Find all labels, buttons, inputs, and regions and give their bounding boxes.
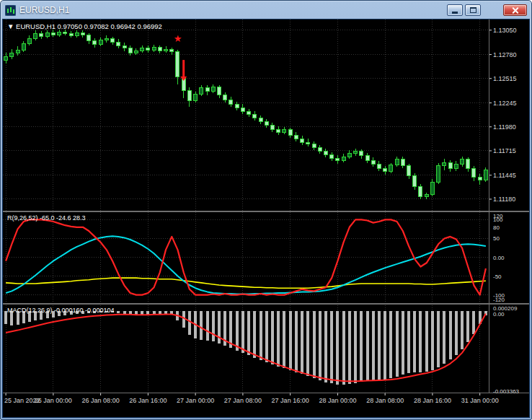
- chart-client-area: ★▼ EURUSD,H1 0.97050 0.97082 0.96942 0.9…: [3, 19, 529, 417]
- time-axis-label: 28 Jan 16:00: [414, 397, 451, 404]
- close-icon: [511, 6, 519, 14]
- price-axis-label: 1.13050: [493, 27, 517, 34]
- price-axis-label: 1.12245: [493, 100, 517, 107]
- maximize-icon: [470, 7, 476, 13]
- minimize-icon: [452, 12, 458, 14]
- time-axis-label: 28 Jan 08:00: [366, 397, 404, 404]
- price-axis-label: 1.11980: [493, 123, 516, 131]
- chart-window: EURUSD,H1 ★▼ EURUSD,H1 0.97050 0.97082 0…: [0, 0, 532, 420]
- time-axis-label: 31 Jan 00:00: [461, 397, 499, 404]
- window-title: EURUSD,H1: [19, 5, 69, 15]
- chart-canvas[interactable]: ★▼ EURUSD,H1 0.97050 0.97082 0.96942 0.9…: [3, 19, 529, 417]
- price-axis-label: 1.11715: [493, 147, 516, 154]
- price-axis-label: 1.12780: [493, 51, 517, 58]
- chart-icon: [5, 5, 16, 16]
- indicator1-scale-label: 0.00: [493, 255, 505, 261]
- price-axis-label: 1.11445: [493, 172, 516, 179]
- minimize-button[interactable]: [447, 4, 463, 16]
- indicator1-scale-label: -50: [493, 274, 502, 280]
- indicator1-readout: R(9,26,52) -65.0 -24.6 28.3: [7, 214, 86, 222]
- time-axis-label: 27 Jan 16:00: [272, 397, 309, 404]
- window-controls: [445, 4, 527, 16]
- time-axis-label: 26 Jan 16:00: [129, 397, 167, 404]
- price-axis-label: 1.11180: [493, 196, 515, 203]
- ohlc-readout: ▼ EURUSD,H1 0.97050 0.97082 0.96942 0.96…: [7, 22, 162, 30]
- time-axis-label: 27 Jan 00:00: [177, 397, 214, 404]
- time-axis-label: 27 Jan 08:00: [224, 397, 262, 404]
- indicator1-scale-label: -120: [493, 297, 505, 303]
- indicator2-scale-label: 0.00: [493, 311, 505, 318]
- sell-star-marker: ★: [174, 33, 182, 44]
- time-axis-label: 26 Jan 08:00: [82, 397, 120, 404]
- indicator1-scale-label: 100: [493, 216, 503, 223]
- indicator1-scale-label: 50: [493, 235, 500, 242]
- maximize-button[interactable]: [465, 4, 481, 16]
- close-button[interactable]: [503, 4, 527, 16]
- time-axis-label: 26 Jan 00:00: [35, 397, 72, 404]
- indicator2-scale-label: -0.003363: [493, 388, 520, 395]
- indicator1-scale-label: 80: [493, 224, 500, 231]
- price-axis-label: 1.12515: [493, 75, 517, 82]
- titlebar[interactable]: EURUSD,H1: [3, 1, 529, 19]
- time-axis-label: 28 Jan 00:00: [319, 397, 356, 404]
- indicator2-readout: MACD(12,26,9) -0.000160 -0.000104: [7, 307, 115, 314]
